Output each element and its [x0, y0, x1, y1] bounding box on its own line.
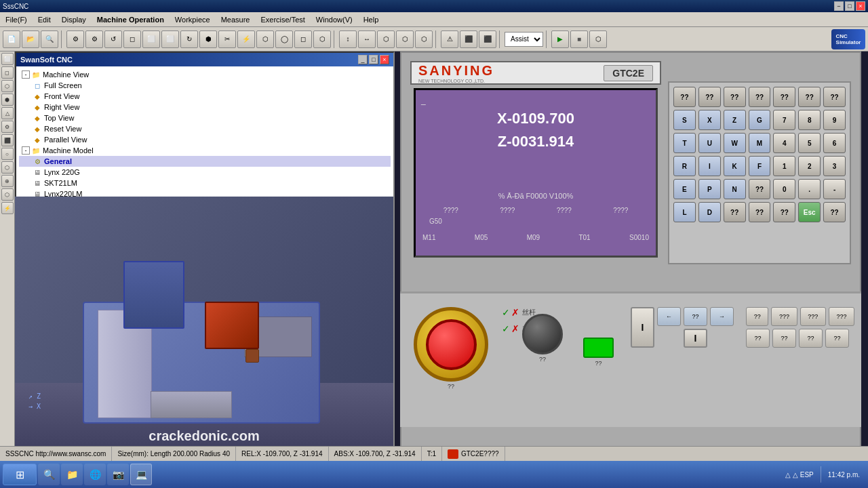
sidebar-icon-3[interactable]: ⬡ [1, 80, 14, 92]
sidebar-icon-11[interactable]: ⬡ [1, 188, 14, 201]
app-button[interactable]: 💻 [130, 464, 152, 485]
mode-select[interactable]: Assist [505, 32, 543, 47]
sidebar-icon-5[interactable]: △ [1, 107, 14, 119]
key-q-r5[interactable]: ?? [749, 179, 771, 199]
tool21[interactable]: ⬛ [460, 30, 477, 48]
func-btn-6[interactable]: ?? [772, 329, 796, 348]
sidebar-icon-4[interactable]: ⬢ [1, 94, 14, 106]
func-btn-1[interactable]: ?? [746, 307, 768, 326]
tool6[interactable]: ⬜ [161, 30, 179, 48]
key-4[interactable]: 4 [773, 133, 795, 153]
func-btn-8[interactable]: ?? [825, 329, 849, 348]
tool14[interactable]: ⬡ [313, 30, 331, 48]
tool19[interactable]: ⬡ [415, 30, 433, 48]
open-button[interactable]: 📂 [22, 30, 39, 48]
key-q5[interactable]: ?? [773, 87, 795, 107]
key-8[interactable]: 8 [798, 110, 821, 130]
tool-extra[interactable]: ⬡ [589, 30, 607, 48]
camera-button[interactable]: 📷 [107, 464, 129, 485]
key-W[interactable]: W [724, 133, 746, 153]
tree-node-machine-view[interactable]: - 📁 Machine View [19, 69, 391, 80]
start-button[interactable]: ⊞ [3, 464, 37, 485]
sidebar-icon-9[interactable]: ⬡ [1, 161, 14, 174]
i-button-sub[interactable]: I [684, 329, 707, 348]
key-F[interactable]: F [749, 156, 771, 176]
key-G[interactable]: G [749, 110, 771, 130]
key-2[interactable]: 2 [798, 156, 821, 176]
key-R[interactable]: R [673, 156, 696, 176]
sidebar-icon-2[interactable]: ◻ [1, 66, 14, 79]
tree-node-right-view[interactable]: ◆ Right View [19, 102, 391, 113]
file-explorer-button[interactable]: 📁 [61, 464, 83, 485]
key-E[interactable]: E [673, 179, 696, 199]
key-6[interactable]: 6 [823, 133, 846, 153]
func-btn-2[interactable]: ??? [771, 307, 797, 326]
tool9[interactable]: ✂ [218, 30, 236, 48]
tree-minimize-button[interactable]: _ [358, 55, 368, 64]
tool5[interactable]: ⬜ [142, 30, 160, 48]
tree-maximize-button[interactable]: □ [369, 55, 378, 64]
key-minus[interactable]: - [823, 179, 846, 199]
expand-machine-model[interactable]: - [22, 146, 30, 155]
sidebar-icon-12[interactable]: ⚡ [1, 202, 14, 214]
minimize-button[interactable]: − [834, 1, 844, 11]
tree-node-skt21lm[interactable]: 🖥 SKT21LM [19, 178, 391, 188]
tool4[interactable]: ◻ [123, 30, 141, 48]
key-1[interactable]: 1 [773, 156, 795, 176]
tree-node-general[interactable]: ⚙ General [19, 156, 391, 167]
menu-display[interactable]: Display [56, 12, 92, 26]
tree-node-top-view[interactable]: ◆ Top View [19, 113, 391, 123]
menu-file[interactable]: File(F) [0, 12, 33, 26]
key-X[interactable]: X [698, 110, 721, 130]
play-button[interactable]: ▶ [551, 30, 569, 48]
key-0[interactable]: 0 [773, 179, 795, 199]
func-btn-4[interactable]: ??? [829, 307, 854, 326]
key-T[interactable]: T [673, 133, 696, 153]
key-q2[interactable]: ?? [698, 87, 721, 107]
key-M[interactable]: M [749, 133, 771, 153]
tree-close-button[interactable]: × [380, 55, 389, 64]
i-button-main[interactable]: I [631, 307, 654, 348]
menu-help[interactable]: Help [358, 12, 384, 26]
key-Z[interactable]: Z [724, 110, 746, 130]
menu-window[interactable]: Window(V) [311, 12, 358, 26]
menu-machine-operation[interactable]: Machine Operation [92, 12, 170, 26]
menu-exercise[interactable]: Exercise/Test [255, 12, 310, 26]
tool16[interactable]: ↔ [358, 30, 376, 48]
tool3[interactable]: ↺ [104, 30, 122, 48]
stop-button[interactable]: ■ [570, 30, 588, 48]
new-button[interactable]: 📄 [3, 30, 20, 48]
tool2[interactable]: ⚙ [85, 30, 103, 48]
func-btn-5[interactable]: ?? [746, 329, 770, 348]
tree-node-machine-model[interactable]: - 📁 Machine Model [19, 145, 391, 156]
sidebar-icon-7[interactable]: ⬛ [1, 134, 14, 146]
sidebar-icon-8[interactable]: ○ [1, 148, 14, 160]
key-q-r6d[interactable]: ?? [823, 202, 846, 222]
green-button[interactable] [583, 338, 614, 358]
func-btn-7[interactable]: ?? [799, 329, 823, 348]
search-taskbar-button[interactable]: 🔍 [38, 464, 60, 485]
func-btn-3[interactable]: ??? [800, 307, 826, 326]
key-q-r6c[interactable]: ?? [773, 202, 795, 222]
key-L[interactable]: L [673, 202, 696, 222]
key-q6[interactable]: ?? [798, 87, 821, 107]
key-q-r6a[interactable]: ?? [724, 202, 746, 222]
nav-left-arrow[interactable]: ← [657, 307, 681, 326]
tool8[interactable]: ⬢ [199, 30, 217, 48]
key-9[interactable]: 9 [823, 110, 846, 130]
tool13[interactable]: ◻ [294, 30, 312, 48]
key-q1[interactable]: ?? [673, 87, 696, 107]
key-q3[interactable]: ?? [724, 87, 746, 107]
key-P[interactable]: P [698, 179, 721, 199]
tool22[interactable]: ⬛ [479, 30, 496, 48]
menu-measure[interactable]: Measure [216, 12, 256, 26]
tree-node-full-screen[interactable]: ◻ Full Screen [19, 80, 391, 91]
tree-node-reset-view[interactable]: ◆ Reset View [19, 123, 391, 134]
close-button[interactable]: × [856, 1, 865, 11]
key-N[interactable]: N [724, 179, 746, 199]
tool11[interactable]: ⬡ [256, 30, 274, 48]
key-5[interactable]: 5 [798, 133, 821, 153]
key-q7[interactable]: ?? [823, 87, 846, 107]
tool15[interactable]: ↕ [339, 30, 357, 48]
tool10[interactable]: ⚡ [237, 30, 255, 48]
